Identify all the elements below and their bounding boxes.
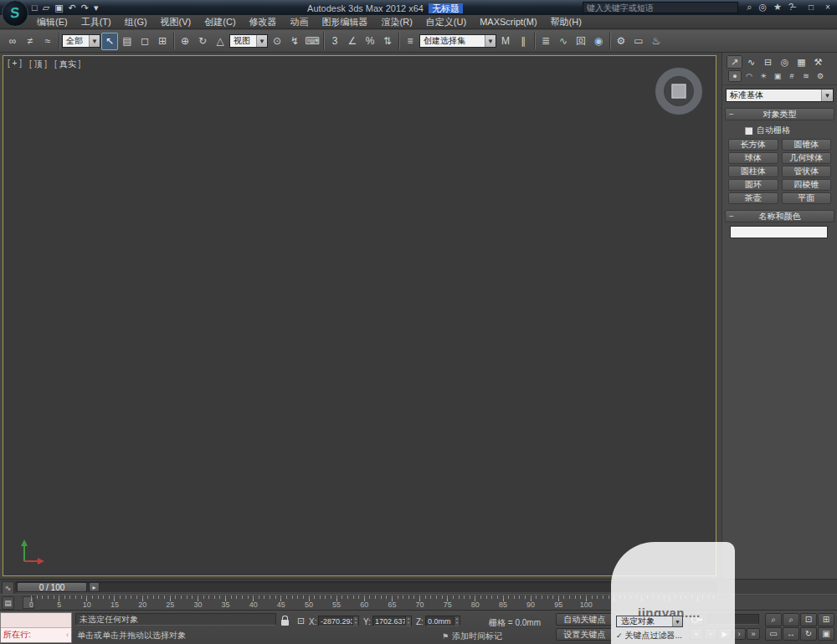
object-type-button[interactable]: 平面 bbox=[782, 192, 832, 204]
object-type-button[interactable]: 管状体 bbox=[782, 166, 832, 177]
unlink-selection[interactable]: ≠ bbox=[22, 33, 39, 50]
viewcube-face[interactable] bbox=[672, 84, 686, 99]
name-color-rollout-header[interactable]: − 名称和颜色 bbox=[725, 210, 834, 222]
communication-center-icon[interactable]: ◎ bbox=[758, 2, 767, 13]
menu-item[interactable]: 渲染(R) bbox=[375, 15, 419, 28]
next-frame-button[interactable]: › bbox=[732, 628, 746, 640]
menu-item[interactable]: 动画 bbox=[284, 15, 316, 28]
object-type-button[interactable]: 茶壶 bbox=[728, 192, 778, 204]
open-mini-listener-button[interactable]: ▤ bbox=[2, 596, 14, 610]
frame-number-field[interactable] bbox=[707, 614, 759, 625]
minimize-button[interactable]: − bbox=[788, 3, 800, 13]
tab-utilities[interactable]: ⚒ bbox=[810, 55, 826, 69]
tab-create[interactable]: ↗ bbox=[727, 55, 742, 69]
y-coord-field[interactable]: 1702.637mm▲▼ bbox=[372, 616, 412, 626]
bind-to-space-warp[interactable]: ≈ bbox=[39, 33, 56, 50]
angle-snap-toggle[interactable]: ∠ bbox=[344, 33, 361, 50]
object-type-rollout-header[interactable]: − 对象类型 bbox=[725, 108, 834, 120]
select-by-name[interactable]: ▤ bbox=[119, 33, 136, 50]
zoom-button[interactable]: ⌕ bbox=[765, 613, 782, 626]
edit-named-selection-sets[interactable]: ≡ bbox=[402, 33, 418, 50]
spinner-snap-toggle[interactable]: ⇅ bbox=[379, 33, 396, 50]
category-geometry[interactable]: ● bbox=[728, 70, 742, 82]
object-type-button[interactable]: 四棱锥 bbox=[782, 179, 832, 191]
viewport-hud-label[interactable]: + bbox=[8, 59, 22, 70]
menu-item[interactable]: MAXScript(M) bbox=[473, 15, 543, 28]
go-to-end-button[interactable]: » bbox=[747, 628, 760, 640]
set-keys-button[interactable] bbox=[690, 614, 704, 626]
set-key-button[interactable]: 设置关键点 bbox=[556, 628, 614, 641]
macro-recorder-line[interactable] bbox=[1, 613, 71, 628]
z-coord-field[interactable]: 0.0mm▲▼ bbox=[425, 616, 460, 626]
select-and-link[interactable]: ∞ bbox=[4, 33, 21, 50]
absolute-mode-toggle[interactable]: ⊡ bbox=[295, 615, 307, 627]
undo-icon[interactable]: ↶ bbox=[69, 2, 76, 13]
rendered-frame-window[interactable]: ▭ bbox=[630, 33, 647, 50]
percent-snap-toggle[interactable]: % bbox=[362, 33, 378, 50]
category-systems[interactable]: ⚙ bbox=[814, 70, 827, 82]
category-lights[interactable]: ☀ bbox=[757, 70, 770, 82]
use-pivot-point-center[interactable]: ⊙ bbox=[269, 33, 285, 50]
menu-item[interactable]: 编辑(E) bbox=[30, 15, 74, 28]
object-type-button[interactable]: 长方体 bbox=[728, 139, 778, 151]
key-selection-dropdown[interactable]: 选定对象 ▼ bbox=[616, 616, 683, 627]
reference-coordinate-system-dropdown[interactable]: 视图▼ bbox=[229, 34, 268, 48]
maximize-button[interactable]: □ bbox=[805, 3, 817, 13]
viewport-hud-label[interactable]: 顶 bbox=[29, 59, 47, 70]
infocenter-search-icon[interactable]: ⌕ bbox=[747, 2, 752, 13]
maxscript-mini-listener[interactable]: 所在行: ‹ bbox=[0, 612, 72, 643]
object-type-button[interactable]: 圆锥体 bbox=[782, 139, 832, 151]
selection-filter-dropdown[interactable]: 全部▼ bbox=[62, 34, 100, 48]
time-slider-handle[interactable]: 0 / 100 bbox=[17, 582, 87, 592]
object-type-button[interactable]: 圆柱体 bbox=[728, 166, 778, 177]
auto-key-button[interactable]: 自动关键点 bbox=[556, 613, 614, 626]
open-mini-curve-editor-button[interactable]: ∿ bbox=[2, 581, 14, 595]
time-slider-track[interactable]: 0 / 100 ▸ bbox=[15, 581, 716, 593]
add-time-tag[interactable]: ⚑ 添加时间标记 bbox=[442, 631, 502, 642]
spinner-icon[interactable]: ▲▼ bbox=[405, 616, 411, 626]
3dsmax-logo-icon[interactable]: S bbox=[2, 0, 28, 27]
menu-item[interactable]: 创建(C) bbox=[198, 15, 242, 28]
select-and-move[interactable]: ⊕ bbox=[177, 33, 193, 50]
listener-expand-icon[interactable]: ‹ bbox=[66, 631, 69, 639]
orbit-button[interactable]: ↻ bbox=[800, 627, 817, 641]
rectangular-selection-region[interactable]: ◻ bbox=[136, 33, 153, 50]
zoom-all-button[interactable]: ⌕ bbox=[783, 613, 799, 626]
menu-item[interactable]: 图形编辑器 bbox=[316, 15, 375, 28]
play-button[interactable]: ▶ bbox=[718, 628, 732, 640]
infocenter-search-input[interactable] bbox=[583, 2, 738, 13]
pan-button[interactable]: ↔ bbox=[783, 627, 799, 641]
listener-line[interactable]: 所在行: ‹ bbox=[1, 628, 71, 643]
maximize-viewport-button[interactable]: ▣ bbox=[818, 627, 834, 641]
category-space-warps[interactable]: ≋ bbox=[799, 70, 813, 82]
curve-editor[interactable]: ∿ bbox=[555, 33, 572, 50]
object-type-button[interactable]: 圆环 bbox=[728, 179, 778, 191]
select-and-manipulate[interactable]: ↯ bbox=[286, 33, 303, 50]
snap-toggle-3d[interactable]: 3 bbox=[326, 33, 343, 50]
viewport-top[interactable]: +顶真实 bbox=[3, 55, 716, 576]
object-type-button[interactable]: 球体 bbox=[728, 152, 778, 164]
zoom-extents-button[interactable]: ⊡ bbox=[800, 613, 817, 626]
named-selection-sets-dropdown[interactable]: 创建选择集▼ bbox=[419, 34, 496, 48]
menu-item[interactable]: 修改器 bbox=[243, 15, 284, 28]
layer-manager[interactable]: ≣ bbox=[537, 33, 554, 50]
object-name-field[interactable] bbox=[730, 226, 828, 238]
select-and-uniform-scale[interactable]: △ bbox=[212, 33, 229, 50]
mirror[interactable]: M bbox=[497, 33, 514, 50]
qat-dropdown-icon[interactable]: ▾ bbox=[94, 2, 99, 13]
tab-display[interactable]: ▦ bbox=[793, 55, 809, 69]
category-cameras[interactable]: ▣ bbox=[771, 70, 784, 82]
spinner-icon[interactable]: ▲▼ bbox=[352, 616, 358, 626]
align[interactable]: ∥ bbox=[515, 33, 531, 50]
zoom-region-button[interactable]: ▭ bbox=[765, 627, 782, 641]
key-filters-button[interactable]: ✓ 关键点过滤器... bbox=[616, 630, 682, 641]
menu-item[interactable]: 自定义(U) bbox=[419, 15, 473, 28]
material-editor[interactable]: ◉ bbox=[590, 33, 607, 50]
menu-item[interactable]: 帮助(H) bbox=[544, 15, 588, 28]
viewcube[interactable] bbox=[655, 68, 702, 115]
category-shapes[interactable]: ◠ bbox=[742, 70, 756, 82]
go-to-start-button[interactable]: « bbox=[690, 628, 703, 640]
select-and-rotate[interactable]: ↻ bbox=[194, 33, 211, 50]
favorites-star-icon[interactable]: ★ bbox=[773, 2, 782, 13]
schematic-view[interactable]: 回 bbox=[573, 33, 589, 50]
